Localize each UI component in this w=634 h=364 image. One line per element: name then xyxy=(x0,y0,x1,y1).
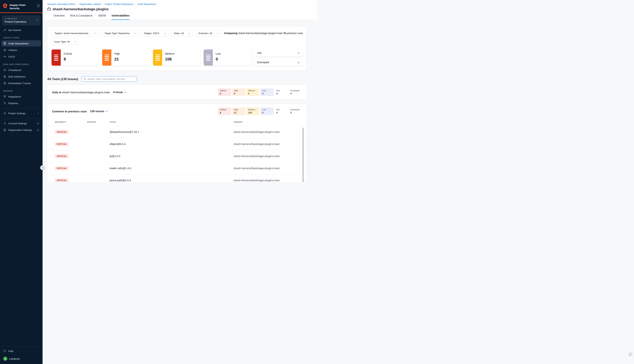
chevron-down-icon xyxy=(94,32,96,34)
high-severity-icon xyxy=(102,50,111,66)
severity-cell: CRITICAL xyxy=(55,166,87,170)
chip-info: Info0 xyxy=(274,108,288,115)
summary-card-exempted: Exempted 0 xyxy=(254,59,302,66)
filter-scanners[interactable]: Scanners: All xyxy=(196,30,221,36)
common-count-toggle[interactable]: 135 Issues xyxy=(90,110,108,113)
summary-card-critical: Critical 8 xyxy=(52,50,99,66)
chevron-down-icon xyxy=(188,32,190,34)
sidebar: Supply Chain Security PROJECT Product Ex… xyxy=(0,0,43,182)
sidebar-item-organization-settings[interactable]: Organization Settings xyxy=(2,127,41,133)
tab-vulnerabilities[interactable]: Vulnerabilities xyxy=(112,14,130,20)
table-row[interactable]: CRITICAL ip@2.0.0 shash-harness/backstag… xyxy=(47,150,306,162)
chevron-down-icon xyxy=(74,41,76,43)
section-label-supply-chain: SUPPLY CHAIN xyxy=(0,34,43,40)
chip-critical: Critical0 xyxy=(218,88,231,96)
medium-severity-icon xyxy=(153,50,162,66)
severity-cell: CRITICAL xyxy=(55,130,87,134)
nodes-icon xyxy=(3,95,6,98)
chip-low: Low0 xyxy=(260,108,273,115)
filters-summary-card: Targets: shash-harness/backsta... Target… xyxy=(47,26,306,71)
tab-overview[interactable]: Overview xyxy=(54,14,65,20)
summary-label: Critical xyxy=(64,52,72,55)
user-gear-icon xyxy=(3,122,6,125)
common-group-card: Common to previous scan 135 Issues Criti… xyxy=(47,104,306,182)
breadcrumb-account[interactable]: Account: Automation-SSCA xyxy=(47,3,75,6)
sidebar-item-rule-definitions[interactable]: Rule Definitions xyxy=(2,74,41,80)
table-row[interactable]: CRITICAL @babel/traverse@7.20.1 shash-ha… xyxy=(47,126,306,138)
tab-risk-compliance[interactable]: Risk & Compliance xyxy=(70,14,93,20)
issue-target: shash-harness/backstage-plugins:main xyxy=(233,142,306,146)
rocket-icon xyxy=(3,28,6,32)
page-header: Account: Automation-SSCA › Organization:… xyxy=(43,0,317,20)
filter-steps[interactable]: Steps: All xyxy=(171,30,193,36)
filter-targets[interactable]: Targets: shash-harness/backsta... xyxy=(52,30,99,36)
project-icon xyxy=(5,18,7,20)
filter-stages[interactable]: Stages: SSCA xyxy=(141,30,168,36)
table-header-row: SEVERITY STATUS TITLE TARGET xyxy=(47,118,306,126)
summary-label: Low xyxy=(216,52,221,55)
table-scrollbar[interactable] xyxy=(302,128,303,182)
tab-bar: Overview Risk & Compliance SBOM Vulnerab… xyxy=(43,11,317,20)
summary-card-high: High 21 xyxy=(102,50,150,66)
search-icon xyxy=(84,78,86,80)
sidebar-item-artifacts[interactable]: Artifacts xyxy=(2,47,41,53)
sidebar-item-integrations[interactable]: Integrations xyxy=(2,94,41,100)
gear-icon xyxy=(3,112,6,115)
breadcrumb-code-repositories[interactable]: Code Repositories xyxy=(137,3,156,6)
table-row[interactable]: CRITICAL loader-utils@1.4.0 shash-harnes… xyxy=(47,162,306,174)
section-label-risk-compliance: RISK AND COMPLIANCE xyxy=(0,60,43,66)
column-header-title: TITLE xyxy=(110,121,233,123)
sidebar-item-account-settings[interactable]: Account Settings xyxy=(2,120,41,126)
sidebar-item-get-started[interactable]: Get Started xyxy=(2,27,41,33)
summary-value: 106 xyxy=(165,57,175,62)
filter-issue-type[interactable]: Issue Type: All xyxy=(52,38,79,45)
table-row[interactable]: CRITICAL elliptic@6.5.4 shash-harness/ba… xyxy=(47,138,306,150)
severity-cell: CRITICAL xyxy=(55,142,87,146)
only-in-header: Only in shash-harness/backstage-plugins:… xyxy=(47,85,306,99)
severity-badge: CRITICAL xyxy=(55,154,69,158)
divider xyxy=(3,118,40,118)
tools-heading: All Tools (135 Issues) xyxy=(47,77,78,81)
main-area: Account: Automation-SSCA › Organization:… xyxy=(43,0,317,182)
sidebar-item-code-repositories[interactable]: Code Repositories xyxy=(2,40,41,46)
issue-title: loader-utils@1.4.0 xyxy=(110,167,233,170)
shield-check-icon xyxy=(3,68,6,72)
breadcrumb: Account: Automation-SSCA › Organization:… xyxy=(43,3,317,6)
repo-icon xyxy=(3,42,6,45)
filter-row-1: Targets: shash-harness/backsta... Target… xyxy=(52,30,302,36)
sidebar-collapse-handle[interactable] xyxy=(40,165,45,170)
issues-table: SEVERITY STATUS TITLE TARGET CRITICAL @b… xyxy=(47,118,306,182)
info-icon[interactable] xyxy=(37,129,39,131)
app-title: Supply Chain Security xyxy=(10,3,26,10)
info-icon[interactable] xyxy=(37,122,39,125)
summary-label: Medium xyxy=(165,52,175,55)
sidebar-item-pipelines[interactable]: Pipelines xyxy=(2,100,41,106)
sidebar-item-remediation-tracker[interactable]: Remediation Tracker xyxy=(2,80,41,86)
tools-row: All Tools (135 Issues) xyxy=(47,76,306,82)
search-input[interactable] xyxy=(88,78,135,80)
breadcrumb-separator-icon: › xyxy=(102,3,103,6)
sidebar-item-compliance[interactable]: Compliance xyxy=(2,67,41,73)
chevron-up-icon xyxy=(106,110,108,112)
breadcrumb-project[interactable]: Project: Product Exploratory xyxy=(105,3,133,6)
summary-card-info: Info 0 xyxy=(254,50,302,56)
issues-search[interactable] xyxy=(82,76,137,82)
breadcrumb-organization[interactable]: Organization: default xyxy=(79,3,101,6)
only-in-count-toggle[interactable]: 0 Issue xyxy=(113,90,127,94)
chip-exempted: Exempted0 xyxy=(288,108,302,115)
apps-grid-icon[interactable] xyxy=(37,4,40,7)
severity-cell: CRITICAL xyxy=(55,178,87,182)
chevron-left-icon xyxy=(42,166,44,169)
sidebar-item-cicd[interactable]: CI/CD xyxy=(2,54,41,60)
filter-target-type[interactable]: Target Type: Repository xyxy=(102,30,138,36)
table-row[interactable]: CRITICAL parse-path@4.0.4 shash-harness/… xyxy=(47,174,306,182)
project-selector[interactable]: PROJECT Product Exploratory xyxy=(2,16,40,25)
comparing-text: Comparing shash-harness/backstage-plugin… xyxy=(224,32,303,35)
chip-medium: Medium0 xyxy=(246,88,259,96)
issue-target: shash-harness/backstage-plugins:main xyxy=(233,155,306,158)
only-in-chips: Critical0 High0 Medium0 Low0 Info0 Exemp… xyxy=(218,88,302,96)
tab-sbom[interactable]: SBOM xyxy=(98,14,106,20)
issue-title: @babel/traverse@7.20.1 xyxy=(110,130,233,134)
sidebar-item-project-settings[interactable]: Project Settings xyxy=(2,110,41,116)
target-icon xyxy=(3,82,6,85)
